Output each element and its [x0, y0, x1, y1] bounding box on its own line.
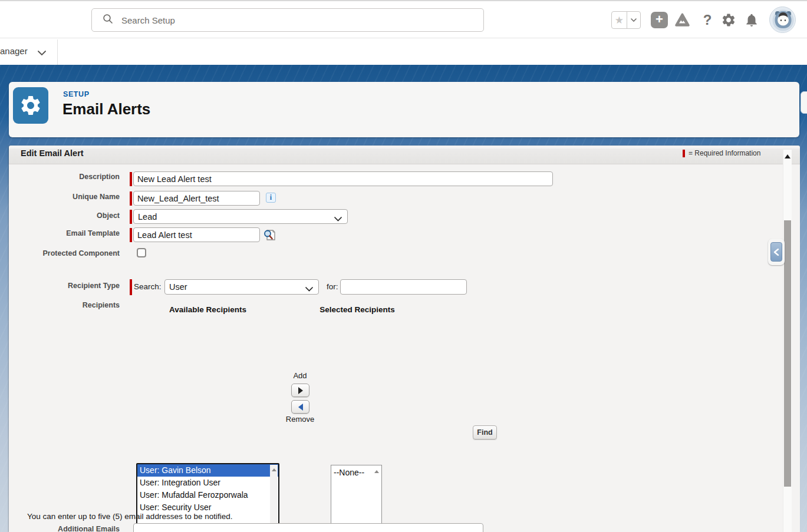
setup-nav-bar: anager — [0, 39, 807, 65]
protected-component-checkbox[interactable] — [137, 248, 146, 257]
required-bar-icon — [130, 172, 132, 186]
selected-recipients-header: Selected Recipients — [318, 305, 397, 314]
side-panel-toggle[interactable] — [768, 239, 785, 265]
info-icon[interactable]: i — [266, 193, 276, 203]
astro-avatar-icon — [770, 7, 796, 33]
remove-label: Remove — [280, 415, 320, 424]
bell-icon — [744, 12, 759, 28]
clipped-help-box — [801, 91, 807, 114]
setup-button[interactable] — [719, 11, 738, 29]
available-recipients-listbox[interactable]: User: Gavin Belson User: Integration Use… — [136, 463, 279, 532]
unique-name-input[interactable] — [133, 191, 260, 206]
section-title: Edit Email Alert — [21, 148, 84, 158]
chevron-down-icon — [305, 284, 313, 293]
search-icon — [103, 14, 113, 27]
help-icon: ? — [703, 12, 712, 28]
remove-button[interactable] — [291, 400, 309, 414]
object-select[interactable]: Lead — [133, 209, 348, 224]
search-prefix-label: Search: — [134, 282, 162, 291]
required-bar-icon — [683, 150, 685, 157]
chevron-down-icon — [334, 214, 342, 223]
favorite-star-icon[interactable]: ★ — [612, 12, 627, 28]
object-select-value: Lead — [138, 212, 157, 222]
global-search[interactable] — [91, 8, 484, 32]
page-title: Email Alerts — [62, 100, 150, 118]
recipients-label: Recipients — [9, 301, 120, 309]
email-template-label: Email Template — [9, 229, 120, 237]
chevron-down-icon — [631, 18, 637, 22]
search-input[interactable] — [113, 9, 483, 31]
protected-component-label: Protected Component — [9, 249, 120, 257]
panel-scrollbar[interactable] — [783, 150, 792, 532]
additional-emails-label: Additional Emails — [9, 525, 120, 532]
recipient-type-select[interactable]: User — [164, 279, 319, 295]
required-bar-icon — [130, 228, 132, 242]
recipient-type-value: User — [169, 282, 187, 292]
add-button[interactable] — [291, 384, 309, 397]
arrow-left-icon — [298, 404, 303, 411]
scrollbar-thumb[interactable] — [784, 220, 791, 487]
arrow-right-icon — [298, 387, 303, 394]
chevron-down-icon[interactable] — [38, 48, 46, 58]
favorites-dropdown-button[interactable] — [627, 12, 640, 28]
additional-emails-note: You can enter up to five (5) email addre… — [27, 512, 232, 521]
global-header: ★ + ? — [0, 0, 807, 38]
setup-object-tile — [13, 87, 48, 124]
required-legend-text: = Required Information — [689, 149, 760, 157]
help-button[interactable]: ? — [698, 11, 717, 29]
additional-emails-input[interactable] — [133, 523, 483, 532]
email-template-input[interactable] — [133, 227, 260, 242]
selected-recipients-listbox[interactable]: --None-- — [331, 465, 382, 532]
recipient-type-label: Recipient Type — [9, 282, 120, 290]
listbox-scrollbar[interactable] — [270, 465, 278, 532]
list-item[interactable]: User: Gavin Belson — [137, 464, 278, 477]
list-item[interactable]: User: Mufaddal Ferozporwala — [137, 489, 278, 501]
object-label: Object — [9, 212, 120, 220]
description-input[interactable] — [133, 171, 553, 186]
scroll-up-icon[interactable] — [272, 468, 276, 471]
lookup-icon[interactable] — [263, 229, 276, 241]
section-header-band — [9, 148, 800, 164]
required-bar-icon — [130, 210, 132, 224]
favorites-control: ★ — [611, 11, 641, 29]
unique-name-label: Unique Name — [9, 193, 120, 201]
gear-icon — [721, 12, 736, 28]
notifications-button[interactable] — [742, 11, 761, 29]
nav-divider — [57, 39, 58, 65]
scroll-up-icon[interactable] — [785, 154, 790, 158]
nav-item-truncated[interactable]: anager — [0, 46, 28, 56]
description-label: Description — [9, 173, 120, 181]
recipient-search-input[interactable] — [340, 279, 467, 295]
scroll-up-icon[interactable] — [374, 470, 379, 473]
setup-gear-icon — [19, 94, 42, 117]
salesforce-setup-screen: ★ + ? — [0, 0, 807, 532]
find-button[interactable]: Find — [473, 425, 497, 440]
setup-eyebrow: SETUP — [63, 90, 90, 98]
available-recipients-header: Available Recipients — [136, 305, 279, 314]
guidance-center-button[interactable] — [673, 11, 691, 29]
required-bar-icon — [130, 279, 132, 295]
quick-create-button[interactable]: + — [651, 12, 668, 28]
required-bar-icon — [130, 191, 132, 206]
for-label: for: — [327, 282, 338, 291]
collapse-panel-button[interactable] — [770, 242, 782, 262]
trailhead-icon — [674, 12, 690, 28]
page-header-card: SETUP Email Alerts — [9, 82, 799, 137]
list-item[interactable]: User: Integration User — [137, 477, 278, 489]
edit-email-alert-panel: Edit Email Alert = Required Information … — [9, 146, 800, 532]
chevron-left-icon — [773, 249, 779, 256]
required-legend: = Required Information — [683, 149, 760, 157]
user-avatar[interactable] — [769, 6, 796, 33]
add-label: Add — [284, 371, 316, 380]
